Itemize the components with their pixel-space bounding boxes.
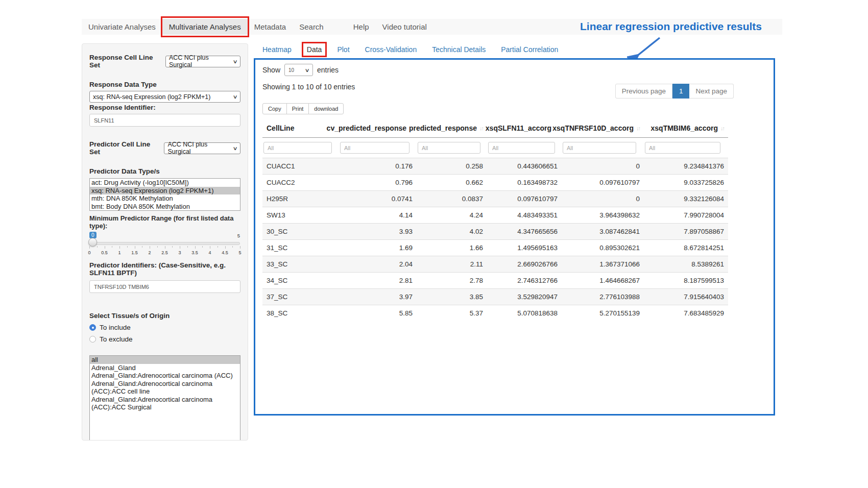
slider-handle[interactable] bbox=[88, 238, 97, 247]
filter-input-cv-predicted-response[interactable] bbox=[340, 142, 409, 154]
min-predictor-range-label: Minimum Predictor Range (for first liste… bbox=[89, 214, 240, 230]
nav-item-search[interactable]: Search bbox=[293, 19, 330, 35]
table-row: CUACC10.1760.2580.44360665109.234841376 bbox=[262, 158, 728, 175]
nav-item-multivariate-analyses[interactable]: Multivariate Analyses bbox=[162, 19, 248, 35]
data-type-option-act[interactable]: act: Drug Activity (-log10[IC50M]) bbox=[90, 179, 240, 187]
filter-input-xsqtmbim6-accorg[interactable] bbox=[645, 142, 720, 154]
slider-tick-label: 2 bbox=[148, 250, 151, 255]
value-cell: 2.04 bbox=[339, 256, 417, 273]
value-cell: 8.5389261 bbox=[644, 256, 728, 273]
response-data-type-select[interactable]: xsq: RNA-seq Expression (log2 FPKM+1) ∨ bbox=[89, 91, 240, 103]
cell-line-cell: 38_SC bbox=[262, 305, 339, 322]
value-cell: 9.234841376 bbox=[644, 158, 728, 175]
tissue-option-adrenal-gland[interactable]: Adrenal_Gland bbox=[90, 364, 240, 372]
column-header-label: xsqTNFRSF10D_accorg bbox=[552, 124, 634, 132]
pagination: Previous page 1 Next page bbox=[615, 84, 734, 99]
column-header-label: xsqSLFN11_accorg bbox=[486, 124, 551, 132]
value-cell: 0 bbox=[562, 191, 644, 207]
tissue-option-adrenal-gland-adrenocortical-carcinoma-a[interactable]: Adrenal_Gland:Adrenocortical carcinoma (… bbox=[90, 396, 240, 411]
show-entries-select[interactable]: 10 ∨ bbox=[284, 64, 313, 76]
filter-cell bbox=[644, 138, 728, 158]
column-header-label: predicted_response bbox=[409, 124, 477, 132]
slider-tick bbox=[202, 246, 203, 248]
slider-tick-label: 2.5 bbox=[161, 250, 168, 255]
filter-input-xsqslfn11-accorg[interactable] bbox=[488, 142, 555, 154]
tab-partial-correlation[interactable]: Partial Correlation bbox=[501, 45, 558, 54]
value-cell: 3.93 bbox=[339, 224, 417, 240]
export-buttons: CopyPrintdownload bbox=[262, 103, 344, 114]
print-button[interactable]: Print bbox=[286, 103, 309, 114]
tissue-option-adrenal-gland-adrenocortical-carcinoma-a[interactable]: Adrenal_Gland:Adrenocortical carcinoma (… bbox=[90, 380, 240, 396]
value-cell: 2.746312766 bbox=[487, 273, 562, 289]
value-cell: 5.070818638 bbox=[487, 305, 562, 322]
filter-cell bbox=[562, 138, 644, 158]
value-cell: 5.85 bbox=[339, 305, 417, 322]
slider-tick bbox=[180, 246, 180, 249]
value-cell: 1.69 bbox=[339, 240, 417, 256]
response-identifier-input[interactable] bbox=[89, 114, 240, 127]
cell-line-cell: 34_SC bbox=[262, 273, 339, 289]
value-cell: 0.443606651 bbox=[487, 158, 562, 175]
value-cell: 4.24 bbox=[417, 207, 487, 224]
value-cell: 8.187599513 bbox=[644, 273, 728, 289]
page-1-button[interactable]: 1 bbox=[672, 84, 690, 99]
table-row: 31_SC1.691.661.4956951630.8953026218.672… bbox=[262, 240, 728, 256]
tab-plot[interactable]: Plot bbox=[337, 45, 349, 54]
filter-cell bbox=[339, 138, 417, 158]
data-type-option-bmt[interactable]: bmt: Body DNA 850K Methylation bbox=[90, 203, 240, 211]
radio-button-icon[interactable] bbox=[89, 336, 96, 343]
filter-input-xsqtnfrsf10d-accorg[interactable] bbox=[563, 142, 636, 154]
download-button[interactable]: download bbox=[308, 103, 344, 114]
column-header-cv-predicted-response[interactable]: cv_predicted_response↓↑ bbox=[339, 120, 417, 138]
slider-tick bbox=[165, 246, 165, 249]
slider-tick-label: 0.5 bbox=[101, 250, 108, 255]
column-header-label: xsqTMBIM6_accorg bbox=[651, 124, 718, 132]
app-page: Univariate AnalysesMultivariate Analyses… bbox=[0, 0, 868, 488]
previous-page-button[interactable]: Previous page bbox=[615, 84, 672, 99]
nav-item-video-tutorial[interactable]: Video tutorial bbox=[376, 19, 433, 35]
column-header-xsqtmbim6-accorg[interactable]: xsqTMBIM6_accorg↓↑ bbox=[644, 120, 728, 138]
value-cell: 3.964398632 bbox=[562, 207, 644, 224]
slider-track[interactable] bbox=[89, 242, 240, 245]
value-cell: 9.332126084 bbox=[644, 191, 728, 207]
value-cell: 0.796 bbox=[339, 175, 417, 191]
radio-to-include[interactable]: To include bbox=[89, 324, 240, 331]
tissue-option-all[interactable]: all bbox=[90, 356, 240, 364]
column-header-predicted-response[interactable]: predicted_response↓↑ bbox=[417, 120, 487, 138]
column-header-xsqtnfrsf10d-accorg[interactable]: xsqTNFRSF10D_accorg↓↑ bbox=[562, 120, 644, 138]
next-page-button[interactable]: Next page bbox=[689, 84, 734, 99]
slider-tick bbox=[232, 246, 233, 248]
value-cell: 0.097610797 bbox=[562, 175, 644, 191]
slider-tick bbox=[112, 246, 112, 248]
slider-tick bbox=[119, 246, 120, 249]
value-cell: 2.776103988 bbox=[562, 289, 644, 305]
nav-item-univariate-analyses[interactable]: Univariate Analyses bbox=[82, 19, 162, 35]
sort-icon: ↓↑ bbox=[636, 125, 640, 131]
slider-tick-label: 3 bbox=[178, 250, 181, 255]
show-entries-value: 10 bbox=[288, 67, 294, 73]
table-row: H295R0.07410.08370.09761079709.332126084 bbox=[262, 191, 728, 207]
data-type-option-xsq[interactable]: xsq: RNA-seq Expression (log2 FPKM+1) bbox=[90, 187, 240, 195]
tab-heatmap[interactable]: Heatmap bbox=[262, 45, 292, 54]
radio-button-icon[interactable] bbox=[89, 324, 96, 331]
table-row: 37_SC3.973.853.5298209472.7761039887.915… bbox=[262, 289, 728, 305]
predictor-cell-line-set-select[interactable]: ACC NCI plus Surgical ∨ bbox=[164, 142, 240, 154]
tissue-option-adrenal-gland-adrenocortical-carcinoma-a[interactable]: Adrenal_Gland:Adrenocortical carcinoma (… bbox=[90, 372, 240, 380]
predictor-identifiers-input[interactable] bbox=[89, 280, 240, 293]
nav-item-help[interactable]: Help bbox=[347, 19, 376, 35]
radio-to-exclude[interactable]: To exclude bbox=[89, 335, 240, 343]
filter-input-predicted-response[interactable] bbox=[418, 142, 480, 154]
value-cell: 3.85 bbox=[417, 289, 487, 305]
tab-cross-validation[interactable]: Cross-Validation bbox=[365, 45, 417, 54]
tab-data[interactable]: Data bbox=[307, 45, 322, 54]
response-cell-line-set-select[interactable]: ACC NCI plus Surgical ∨ bbox=[165, 56, 240, 67]
data-type-option-mth[interactable]: mth: DNA 850K Methylation bbox=[90, 194, 240, 203]
nav-item-metadata[interactable]: Metadata bbox=[248, 19, 293, 35]
column-header-xsqslfn11-accorg[interactable]: xsqSLFN11_accorg↓↑ bbox=[487, 120, 562, 138]
slider-tick bbox=[218, 246, 218, 248]
filter-input-cellline[interactable] bbox=[263, 142, 332, 154]
copy-button[interactable]: Copy bbox=[262, 103, 287, 114]
response-identifier-label: Response Identifier: bbox=[89, 104, 240, 111]
cell-line-cell: CUACC1 bbox=[262, 158, 339, 175]
tab-technical-details[interactable]: Technical Details bbox=[432, 45, 486, 54]
